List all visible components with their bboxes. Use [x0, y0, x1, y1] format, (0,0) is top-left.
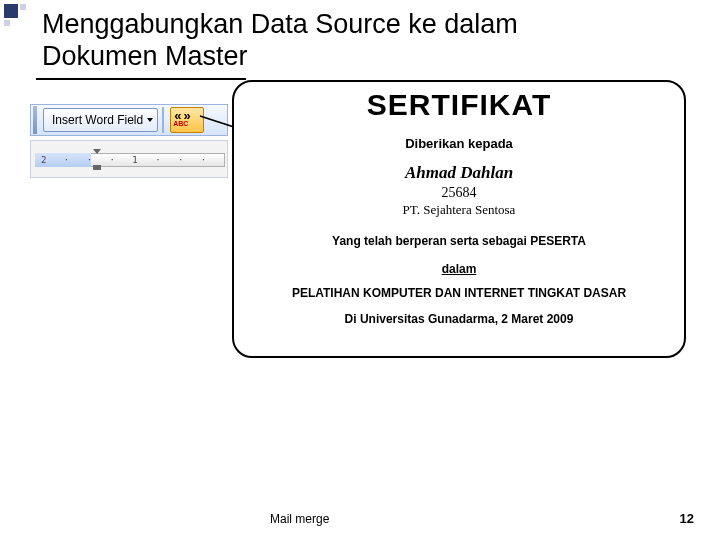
certificate-given-to: Diberikan kepada	[234, 136, 684, 151]
word-ruler: 2 · · · 1 · · · · · · 1 · · · 2	[30, 140, 228, 178]
certificate-recipient-name: Ahmad Dahlan	[234, 163, 684, 183]
certificate-company: PT. Sejahtera Sentosa	[234, 202, 684, 218]
title-line-1: Menggabungkan Data Source ke dalam	[42, 8, 518, 40]
insert-word-field-label: Insert Word Field	[52, 113, 143, 127]
dropdown-icon	[147, 118, 153, 122]
slide-title: Menggabungkan Data Source ke dalam Dokum…	[42, 8, 518, 73]
footer-label: Mail merge	[270, 512, 329, 526]
ruler-ticks: 2 · · · 1 · · · · · · 1 · · · 2	[41, 155, 221, 165]
word-toolbar-screenshot: Insert Word Field «» ABC 2 · · · 1 · · ·…	[30, 104, 228, 178]
indent-marker-top-icon	[93, 149, 101, 154]
title-underline	[36, 78, 246, 80]
toolbar-handle	[33, 106, 37, 134]
abc-icon-label: ABC	[173, 120, 188, 127]
certificate-dalam: dalam	[234, 262, 684, 276]
certificate-event: PELATIHAN KOMPUTER DAN INTERNET TINGKAT …	[234, 286, 684, 300]
indent-marker-bottom-icon	[93, 165, 101, 170]
title-line-2: Dokumen Master	[42, 40, 518, 72]
insert-word-field-button[interactable]: Insert Word Field	[43, 108, 158, 132]
toolbar-separator	[162, 107, 164, 133]
certificate-location-date: Di Universitas Gunadarma, 2 Maret 2009	[234, 312, 684, 326]
page-number: 12	[680, 511, 694, 526]
slide-bullet-deco	[4, 4, 32, 32]
certificate-title: SERTIFIKAT	[234, 88, 684, 122]
view-merged-data-button[interactable]: «» ABC	[170, 107, 204, 133]
toolbar-row: Insert Word Field «» ABC	[30, 104, 228, 136]
certificate-preview: SERTIFIKAT Diberikan kepada Ahmad Dahlan…	[232, 80, 686, 358]
certificate-role-text: Yang telah berperan serta sebagai PESERT…	[234, 234, 684, 248]
certificate-recipient-number: 25684	[234, 185, 684, 201]
